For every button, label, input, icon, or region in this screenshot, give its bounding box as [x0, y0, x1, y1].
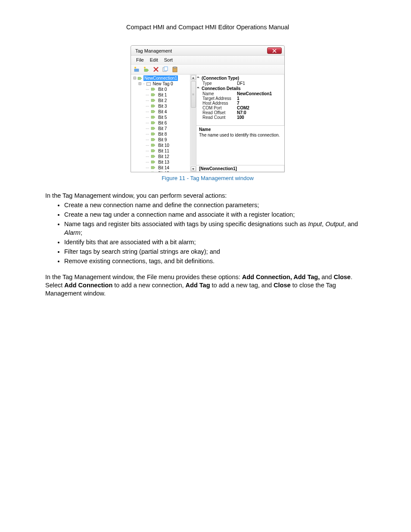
bit-icon [150, 127, 156, 131]
help-box: Name The name used to identify this conn… [196, 125, 284, 165]
list-item: Identify bits that are associated with a… [64, 238, 370, 246]
svg-rect-6 [174, 67, 176, 68]
tree-bit[interactable]: ···Bit 13 [133, 159, 195, 165]
close-button[interactable] [267, 47, 282, 54]
property-pane: (Connection Type) TypeDF1 Connection Det… [196, 75, 284, 172]
bit-icon [150, 155, 156, 159]
bit-icon [150, 138, 156, 142]
bit-icon [150, 171, 156, 172]
status-row: [NewConnection1] [196, 165, 284, 172]
bit-icon [150, 87, 156, 92]
tree-bit[interactable]: ···Bit 5 [133, 115, 195, 120]
tree-tag[interactable]: ⊟·· New Tag 0 [133, 81, 195, 87]
action-list: Create a new connection name and define … [45, 201, 370, 265]
scroll-track[interactable] [191, 81, 196, 165]
bit-icon [150, 104, 156, 109]
delete-icon[interactable] [153, 66, 159, 73]
tree-bit[interactable]: ···Bit 4 [133, 109, 195, 115]
scroll-up-icon[interactable]: ▲ [191, 75, 196, 80]
list-item: Name tags and register bits associated w… [64, 220, 370, 236]
bit-icon [150, 160, 156, 165]
prop-row-target[interactable]: Target Address1 [197, 96, 283, 101]
scrollbar[interactable]: ▲ ▼ [190, 75, 196, 172]
bit-icon [150, 166, 156, 170]
bit-icon [150, 143, 156, 148]
add-connection-icon[interactable] [134, 66, 140, 73]
tree-bit[interactable]: ···Bit 14 [133, 165, 195, 171]
connection-icon [137, 76, 143, 81]
bit-icon [150, 132, 156, 137]
tree-bit[interactable]: ···Bit 9 [133, 137, 195, 143]
bit-icon [150, 110, 156, 114]
prop-row-host[interactable]: Host Address7 [197, 101, 283, 106]
scroll-down-icon[interactable]: ▼ [191, 166, 196, 171]
figure-caption: Figure 11 - Tag Management window [45, 175, 370, 181]
tag-box-icon [146, 82, 151, 86]
menu-edit[interactable]: Edit [150, 57, 158, 62]
bit-icon [150, 99, 156, 103]
bit-icon [150, 121, 156, 125]
tree-tag-label: New Tag 0 [152, 81, 173, 87]
scroll-thumb[interactable] [191, 81, 196, 108]
tag-management-window: Tag Management File Edit Sort ⊟ NewConne… [131, 45, 285, 172]
tree-bit[interactable]: ···Bit 15 [133, 171, 195, 172]
list-item: Filter tags by search string (partial st… [64, 248, 370, 256]
svg-point-2 [144, 67, 146, 68]
tree-bit[interactable]: ···Bit 0 [133, 87, 195, 92]
tree-bit[interactable]: ···Bit 12 [133, 154, 195, 159]
list-item: Create a new tag under a connection name… [64, 211, 370, 219]
tree-pane: ⊟ NewConnection1 ⊟·· New Tag 0 ···Bit 0 … [131, 75, 196, 172]
tree-root[interactable]: ⊟ NewConnection1 [133, 75, 195, 81]
prop-row-name[interactable]: NameNewConnection1 [197, 91, 283, 96]
prop-row-offset[interactable]: Read OffsetN7:0 [197, 110, 283, 115]
tree-bit[interactable]: ···Bit 2 [133, 98, 195, 103]
tree-bit[interactable]: ···Bit 7 [133, 126, 195, 131]
list-item: Create a new connection name and define … [64, 201, 370, 209]
bit-icon [150, 149, 156, 153]
bit-icon [150, 115, 156, 120]
tree-bit[interactable]: ···Bit 1 [133, 92, 195, 98]
toolbar [131, 65, 284, 75]
intro-paragraph: In the Tag Management window, you can pe… [45, 192, 370, 200]
prop-section-connection-details[interactable]: Connection Details [197, 86, 283, 91]
titlebar: Tag Management [131, 46, 284, 56]
chevron-down-icon [197, 87, 199, 89]
help-text: The name used to identify this connectio… [199, 133, 282, 137]
list-item: Remove existing connections, tags, and b… [64, 257, 370, 265]
collapse-icon[interactable]: ⊟ [138, 81, 142, 87]
tree-root-label: NewConnection1 [143, 75, 178, 81]
svg-rect-1 [134, 69, 139, 72]
paste-icon[interactable] [171, 66, 178, 73]
menu-sort[interactable]: Sort [164, 57, 173, 62]
file-menu-paragraph: In the Tag Management window, the File m… [45, 273, 370, 298]
menu-file[interactable]: File [136, 57, 144, 62]
tree-bit[interactable]: ···Bit 3 [133, 103, 195, 109]
copy-icon[interactable] [162, 66, 169, 73]
svg-point-0 [134, 67, 136, 68]
collapse-icon[interactable]: ⊟ [133, 75, 137, 81]
tree-bit[interactable]: ···Bit 11 [133, 148, 195, 154]
prop-row-count[interactable]: Read Count100 [197, 115, 283, 120]
bit-icon [150, 93, 156, 97]
window-title: Tag Management [135, 48, 172, 53]
prop-section-connection-type[interactable]: (Connection Type) [197, 75, 283, 81]
tree-bit[interactable]: ···Bit 8 [133, 131, 195, 137]
close-icon [272, 49, 277, 53]
chevron-down-icon [197, 76, 199, 79]
add-tag-icon[interactable] [143, 66, 150, 73]
page-header: Compact HMI and Compact HMI Editor Opera… [45, 24, 370, 31]
prop-row-type[interactable]: TypeDF1 [197, 81, 283, 86]
menubar: File Edit Sort [131, 56, 284, 65]
svg-rect-4 [164, 67, 168, 71]
help-title: Name [199, 127, 282, 132]
tree-bit[interactable]: ···Bit 10 [133, 143, 195, 148]
tree-bit[interactable]: ···Bit 6 [133, 120, 195, 126]
prop-row-com[interactable]: COM PortCOM2 [197, 106, 283, 110]
